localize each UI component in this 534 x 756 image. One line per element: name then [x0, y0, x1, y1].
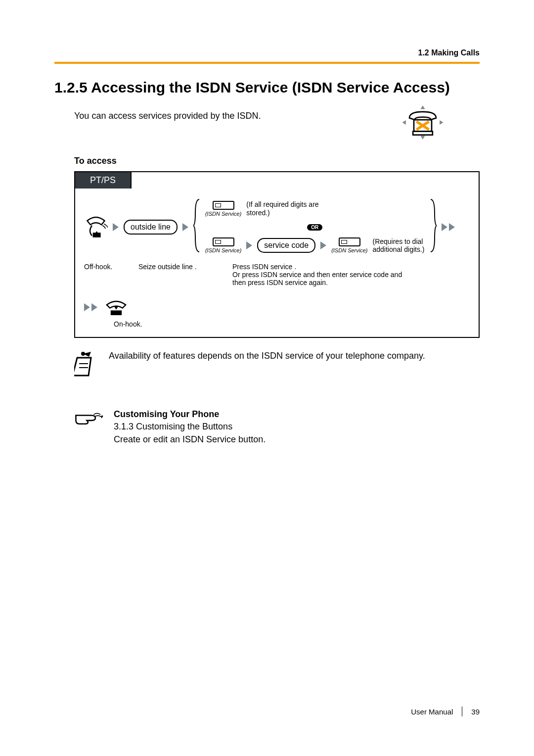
step-onhook-label: On-hook.: [114, 320, 470, 328]
svg-point-15: [101, 416, 103, 417]
svg-rect-5: [413, 132, 433, 135]
step-press-l1: Press ISDN service .: [232, 263, 296, 271]
phone-x-icon: [400, 104, 445, 141]
to-access-subhead: To access: [74, 156, 480, 166]
header-rule: [54, 62, 480, 64]
isdn-service-button-icon: (ISDN Service): [205, 201, 241, 217]
arrow-continue-icon: [442, 223, 455, 231]
branch-bottom-note: (Requires to dial additional digits.): [372, 237, 424, 254]
branch-bottom-note-l2: additional digits.): [372, 245, 424, 253]
svg-marker-10: [114, 307, 118, 310]
arrow-right-icon: [182, 223, 188, 231]
footer-manual: User Manual: [411, 708, 453, 716]
arrow-continue-icon: [84, 303, 97, 311]
note-clipboard-icon: [74, 351, 99, 378]
page-footer: User Manual 39: [411, 707, 480, 716]
service-code-pill: service code: [257, 238, 315, 253]
note-text: Availability of features depends on the …: [109, 351, 425, 361]
footer-divider: [462, 707, 462, 716]
branch-bottom-note-l1: (Requires to dial: [372, 237, 423, 245]
branch-top-note: (If all required digits are stored.): [246, 200, 320, 217]
section-title: 1.2.5 Accessing the ISDN Service (ISDN S…: [54, 79, 480, 96]
or-badge: OR: [307, 224, 322, 231]
footer-page-number: 39: [471, 708, 480, 716]
customising-block: Customising Your Phone 3.1.3 Customising…: [74, 408, 480, 446]
isdn-service-label: (ISDN Service): [331, 247, 367, 253]
step-press-l3: then press ISDN service again.: [232, 279, 328, 286]
isdn-service-label: (ISDN Service): [205, 247, 241, 253]
brace-left-icon: [193, 198, 200, 253]
procedure-box: PT/PS outside line: [74, 171, 480, 338]
svg-marker-0: [421, 105, 425, 109]
page-root: 1.2 Making Calls 1.2.5 Accessing the ISD…: [0, 0, 534, 756]
handset-onhook-icon: [104, 297, 128, 317]
isdn-service-button-icon: (ISDN Service): [205, 237, 241, 253]
svg-marker-2: [402, 120, 406, 125]
step-seize-label: Seize outside line .: [138, 263, 232, 286]
isdn-service-label: (ISDN Service): [205, 211, 241, 217]
arrow-right-icon: [246, 241, 252, 249]
handset-offhook-icon: [84, 215, 108, 239]
customising-line1: 3.1.3 Customising the Buttons: [114, 421, 266, 433]
arrow-right-icon: [320, 241, 326, 249]
breadcrumb: 1.2 Making Calls: [418, 48, 480, 57]
step-labels: Off-hook. Seize outside line . Press ISD…: [84, 263, 470, 286]
customising-title: Customising Your Phone: [114, 408, 266, 421]
step-press-label: Press ISDN service . Or press ISDN servi…: [232, 263, 470, 286]
customising-line2: Create or edit an ISDN Service button.: [114, 433, 266, 446]
arrow-right-icon: [113, 223, 119, 231]
svg-marker-3: [440, 120, 443, 125]
outside-line-pill: outside line: [124, 220, 178, 235]
step-press-l2: Or press ISDN service and then enter ser…: [232, 271, 402, 279]
brace-right-icon: [430, 198, 437, 253]
procedure-tab: PT/PS: [74, 171, 132, 189]
step-offhook-label: Off-hook.: [84, 263, 138, 286]
svg-rect-11: [111, 311, 122, 316]
hand-pointing-icon: [74, 408, 104, 426]
isdn-service-button-icon: (ISDN Service): [331, 237, 367, 253]
procedure-flow: outside line (ISDN Service): [75, 189, 479, 337]
note-block: Availability of features depends on the …: [74, 351, 480, 378]
svg-marker-1: [421, 136, 425, 140]
branch-group: (ISDN Service) (If all required digits a…: [205, 198, 425, 256]
